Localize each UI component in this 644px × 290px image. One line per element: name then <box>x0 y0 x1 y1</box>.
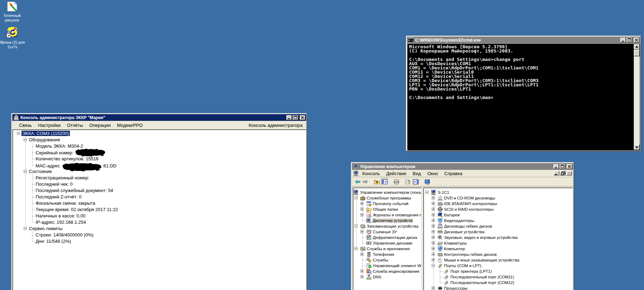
mgmt-menu-4[interactable]: Окно <box>424 171 441 176</box>
console-tree-item[interactable]: Управляющий элемент WM <box>373 263 421 269</box>
tree-expand-box[interactable] <box>432 219 435 222</box>
tree-expand-box[interactable] <box>432 247 435 250</box>
tree-expand-box[interactable] <box>360 213 364 216</box>
device-tree-item[interactable]: Порты (COM и LPT) <box>444 263 481 269</box>
device-tree-item[interactable]: Контроллеры гибких дисков <box>444 252 497 257</box>
ekkr-tree-item[interactable]: Последний служебный документ: 54 <box>36 187 113 194</box>
scrollbar-thumb[interactable] <box>634 50 640 56</box>
tree-expand-box[interactable] <box>360 275 364 278</box>
close-button[interactable] <box>300 115 305 120</box>
device-tree-item[interactable]: Клавиатуры <box>444 240 467 246</box>
device-tree-item[interactable]: Дисковые устройства <box>444 229 485 235</box>
tree-expand-box[interactable] <box>432 230 435 233</box>
console-tree-item[interactable]: Съемные ЗУ <box>373 229 397 235</box>
tree-expand-box[interactable] <box>432 286 435 290</box>
tree-expand-box[interactable] <box>360 270 364 273</box>
console-tree-item[interactable]: Журналы и оповещения пр <box>373 212 421 218</box>
console-tree-item[interactable]: Служба индексирования <box>373 269 419 274</box>
minimize-button[interactable] <box>286 115 292 120</box>
device-tree-item[interactable]: SCSI и RAID контроллеры <box>444 206 494 212</box>
forward-toolbar-button[interactable] <box>362 178 369 185</box>
mgmt-menu-2[interactable]: Действие <box>383 171 409 176</box>
desktop-icon-bitmap[interactable]: Точечныйрисунок <box>0 1 26 23</box>
ekkr-tree-item[interactable]: Дни: 11/548 (2%) <box>36 238 71 245</box>
tree-expand-box[interactable] <box>432 224 435 228</box>
help-doc-toolbar-button[interactable]: ? <box>405 178 412 185</box>
tree-collapse-box[interactable] <box>24 170 27 173</box>
tree-collapse-box[interactable] <box>354 247 358 250</box>
device-tree-item[interactable]: Звуковые, видео и игровые устройства <box>444 235 518 240</box>
console-tree-item[interactable]: DNS <box>373 274 381 280</box>
device-tree-item[interactable]: Компьютер <box>444 246 465 252</box>
tree-expand-box[interactable] <box>432 253 435 256</box>
device-tree-item[interactable]: S-1C1 <box>438 190 449 195</box>
tree-expand-box[interactable] <box>432 213 435 216</box>
ekkr-tree-item[interactable]: IP-адрес: 192.168.1.254 <box>36 219 86 226</box>
ekkr-tree-item[interactable]: Количество артикулов: 15516 <box>36 156 98 162</box>
tree-collapse-box[interactable] <box>425 191 429 194</box>
console-tree-item[interactable]: Управление дисками <box>373 240 412 246</box>
console-tree-item[interactable]: Телефония <box>373 252 394 257</box>
device-tree-item[interactable]: Последовательный порт (COM12) <box>450 280 514 285</box>
ekkr-tree-item[interactable]: Последний Z-отчёт: 0 <box>36 194 81 200</box>
mgmt-menu-3[interactable]: Вид <box>409 171 424 176</box>
cmd-titlebar[interactable]: C:\ C:\WINDOWS\system32\cmd.exe <box>407 37 640 43</box>
ekkr-tree-item[interactable]: Текущее время: 02 октября 2017 11:22 <box>36 206 118 213</box>
maximize-button[interactable] <box>560 164 565 169</box>
tree-expand-box[interactable] <box>432 258 435 261</box>
ekkr-tree-item[interactable]: ЭККА: COM3 (115200) <box>22 130 70 137</box>
console-tree-item[interactable]: Служебные программы <box>367 195 411 201</box>
device-tree-item[interactable]: Порт принтера (LPT1) <box>450 269 492 274</box>
device-tree-item[interactable]: DVD и CD-ROM дисководы <box>444 195 495 201</box>
ekkr-menu-3[interactable]: Отчёты <box>64 123 86 128</box>
device-tree-item[interactable]: Мыши и иные указывающие устройства <box>444 257 520 263</box>
ekkr-tree-item[interactable]: Последний чек: 0 <box>36 181 73 187</box>
tree-collapse-box[interactable] <box>432 264 435 267</box>
ekkr-tree-item[interactable]: Серийный номер: <box>36 149 106 156</box>
ekkr-tree-item[interactable]: Регистрационный номер: <box>36 175 89 181</box>
tree-expand-box[interactable] <box>432 208 435 211</box>
tree-collapse-box[interactable] <box>17 132 20 135</box>
console-tree-item[interactable]: Управление компьютером (локаль <box>360 190 421 195</box>
maximize-button[interactable] <box>293 115 298 120</box>
close-button[interactable] <box>567 164 572 169</box>
mdi-restore-button[interactable] <box>560 171 566 175</box>
tree-expand-box[interactable] <box>432 196 435 199</box>
device-tree-item[interactable]: Последовательный порт (COM11) <box>450 274 514 280</box>
tree-expand-box[interactable] <box>432 241 435 245</box>
console-tree-item[interactable]: Службы <box>373 257 388 263</box>
console-tree-item[interactable]: Службы и приложения <box>367 246 410 252</box>
tree-expand-box[interactable] <box>360 253 364 256</box>
device-tree-item[interactable]: Батареи <box>444 212 460 218</box>
console-tree-item[interactable]: Общие папки <box>373 206 398 212</box>
ekkr-tree-item[interactable]: Строки: 1408/4500000 (0%) <box>36 232 93 238</box>
tree-expand-box[interactable] <box>432 236 435 239</box>
ekkr-tree-item[interactable]: Наличных в кассе: 0,00 <box>36 213 85 219</box>
device-tree-item[interactable]: IDE ATA/ATAPI контроллеры <box>444 201 497 206</box>
scroll-down-button[interactable] <box>634 144 640 150</box>
ekkr-tree-item[interactable]: Сервис-лимиты <box>29 226 62 232</box>
device-tree-item[interactable]: Видеоадаптеры <box>444 218 474 223</box>
back-toolbar-button[interactable] <box>354 178 361 185</box>
ekkr-tree-item[interactable]: Оборудование <box>29 137 60 143</box>
tree-collapse-box[interactable] <box>24 227 27 230</box>
ekkr-menu-4[interactable]: Операции <box>86 123 114 128</box>
print-toolbar-button[interactable] <box>393 178 400 185</box>
minimize-button[interactable] <box>620 38 626 43</box>
tree-collapse-box[interactable] <box>354 224 358 228</box>
console-tree-item[interactable]: Запоминающие устройства <box>367 223 418 229</box>
show-tree-toolbar-button[interactable] <box>381 178 388 185</box>
device-tree-item[interactable]: Дисководы гибких дисков <box>444 223 492 229</box>
tree-collapse-box[interactable] <box>354 196 358 199</box>
tree-expand-box[interactable] <box>360 202 364 205</box>
ekkr-tree-item[interactable]: МАС-адрес:61:DD <box>36 162 116 168</box>
show-right-toolbar-button[interactable] <box>412 178 419 185</box>
ekkr-tree-item[interactable]: Фискальная смена: закрыта <box>36 200 95 206</box>
minimize-button[interactable] <box>553 164 559 169</box>
ekkr-menu-2[interactable]: Настройки <box>35 123 64 128</box>
scroll-up-button[interactable] <box>634 44 640 50</box>
up-folder-toolbar-button[interactable] <box>373 178 381 185</box>
export-toolbar-button[interactable] <box>424 178 431 185</box>
maximize-button[interactable] <box>627 38 632 43</box>
desktop-icon-1c-shortcut[interactable]: V7 Ярлык (2) для1cv7s <box>0 26 26 49</box>
